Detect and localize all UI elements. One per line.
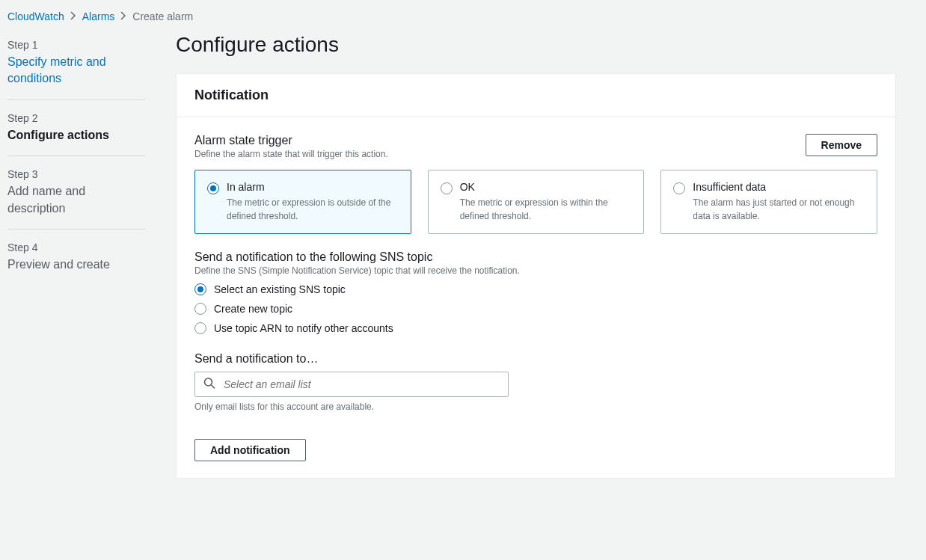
alarm-state-desc: Define the alarm state that will trigger…: [194, 149, 388, 159]
email-list-input[interactable]: [194, 372, 509, 397]
radio-icon: [194, 322, 206, 334]
panel-header: Notification: [177, 74, 895, 117]
step-1[interactable]: Step 1 Specify metric and conditions: [7, 39, 146, 100]
notification-panel: Notification Alarm state trigger Define …: [176, 73, 896, 479]
radio-icon: [673, 182, 685, 194]
step-number: Step 3: [7, 168, 146, 180]
chevron-right-icon: [120, 10, 126, 22]
radio-icon: [441, 182, 453, 194]
tile-insufficient-data[interactable]: Insufficient data The alarm has just sta…: [660, 170, 877, 234]
svg-point-0: [205, 378, 212, 386]
radio-icon: [194, 303, 206, 315]
breadcrumb-link-cloudwatch[interactable]: CloudWatch: [7, 10, 64, 22]
alarm-state-title: Alarm state trigger: [194, 134, 388, 147]
breadcrumb: CloudWatch Alarms Create alarm: [0, 0, 926, 28]
panel-body: Alarm state trigger Define the alarm sta…: [177, 117, 895, 478]
step-3: Step 3 Add name and description: [7, 168, 146, 230]
notify-to-label: Send a notification to…: [194, 352, 877, 366]
step-number: Step 2: [7, 112, 146, 124]
step-label: Preview and create: [7, 256, 146, 273]
radio-icon: [207, 182, 219, 194]
sns-topic-radio-group: Select an existing SNS topic Create new …: [194, 283, 877, 334]
search-icon: [203, 378, 215, 392]
svg-line-1: [212, 385, 215, 389]
step-label: Specify metric and conditions: [7, 54, 146, 87]
step-2: Step 2 Configure actions: [7, 112, 146, 156]
breadcrumb-link-alarms[interactable]: Alarms: [82, 10, 115, 22]
sns-topic-desc: Define the SNS (Simple Notification Serv…: [194, 265, 877, 276]
step-label: Configure actions: [7, 127, 146, 144]
radio-label: Create new topic: [214, 303, 292, 315]
main-content: Configure actions Notification Alarm sta…: [176, 28, 919, 479]
wizard-steps: Step 1 Specify metric and conditions Ste…: [7, 28, 146, 479]
step-number: Step 1: [7, 39, 146, 51]
tile-in-alarm[interactable]: In alarm The metric or expression is out…: [194, 170, 411, 234]
radio-label: Select an existing SNS topic: [214, 283, 346, 295]
breadcrumb-current: Create alarm: [132, 10, 193, 22]
radio-label: Use topic ARN to notify other accounts: [214, 322, 393, 334]
page-title: Configure actions: [176, 33, 896, 57]
step-4: Step 4 Preview and create: [7, 241, 146, 285]
tile-title: Insufficient data: [693, 181, 865, 193]
radio-topic-arn[interactable]: Use topic ARN to notify other accounts: [194, 322, 877, 334]
tile-title: OK: [460, 181, 632, 193]
notify-to-helper: Only email lists for this account are av…: [194, 401, 877, 412]
alarm-state-options: In alarm The metric or expression is out…: [194, 170, 877, 234]
tile-ok[interactable]: OK The metric or expression is within th…: [428, 170, 645, 234]
radio-existing-topic[interactable]: Select an existing SNS topic: [194, 283, 877, 295]
add-notification-button[interactable]: Add notification: [194, 439, 306, 461]
radio-create-topic[interactable]: Create new topic: [194, 303, 877, 315]
panel-title: Notification: [194, 87, 877, 103]
step-number: Step 4: [7, 241, 146, 253]
tile-desc: The alarm has just started or not enough…: [693, 196, 865, 223]
step-label: Add name and description: [7, 183, 146, 217]
sns-topic-title: Send a notification to the following SNS…: [194, 250, 877, 264]
remove-button[interactable]: Remove: [806, 134, 877, 156]
tile-desc: The metric or expression is outside of t…: [227, 196, 399, 223]
tile-desc: The metric or expression is within the d…: [460, 196, 632, 223]
tile-title: In alarm: [227, 181, 399, 193]
radio-icon: [194, 283, 206, 295]
chevron-right-icon: [70, 10, 76, 22]
